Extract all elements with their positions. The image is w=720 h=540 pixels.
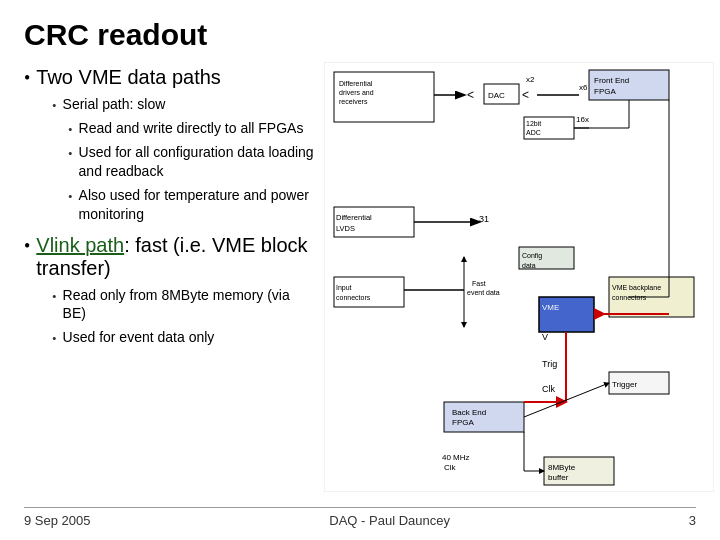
svg-text:V: V: [542, 332, 548, 342]
footer: 9 Sep 2005 DAQ - Paul Dauncey 3: [24, 507, 696, 528]
svg-text:12bit: 12bit: [526, 120, 541, 127]
svg-text:Trig: Trig: [542, 359, 557, 369]
serial-section: • Serial path: slow • Read and write dir…: [52, 95, 314, 224]
svg-text:40 MHz: 40 MHz: [442, 453, 470, 462]
right-column: Differential drivers and receivers < DAC…: [324, 62, 714, 503]
serial-sub-2: • Used for all configuration data loadin…: [68, 143, 314, 181]
svg-text:VME backplane: VME backplane: [612, 284, 661, 292]
svg-text:event data: event data: [467, 289, 500, 296]
vme-label: Two VME data paths: [36, 66, 221, 89]
vlink-sub-2-text: Used for event data only: [63, 328, 215, 347]
footer-date: 9 Sep 2005: [24, 513, 91, 528]
slide-title: CRC readout: [24, 18, 696, 52]
svg-text:Differential: Differential: [336, 213, 372, 222]
svg-text:Back End: Back End: [452, 408, 486, 417]
content-area: • Two VME data paths • Serial path: slow…: [24, 62, 696, 503]
svg-text:Fast: Fast: [472, 280, 486, 287]
serial-path-bullet: • Serial path: slow: [52, 95, 314, 114]
vlink-sub-2: • Used for event data only: [52, 328, 314, 347]
svg-text:FPGA: FPGA: [594, 87, 616, 96]
vlink-path-label: Vlink path: fast (i.e. VME block transfe…: [36, 234, 314, 280]
svg-rect-50: [444, 402, 524, 432]
vlink-sub-2-dot: •: [52, 331, 57, 347]
bullet-dot-vme: •: [24, 68, 30, 89]
vlink-sub-1: • Read only from 8MByte memory (via BE): [52, 286, 314, 324]
left-column: • Two VME data paths • Serial path: slow…: [24, 62, 314, 503]
circuit-diagram: Differential drivers and receivers < DAC…: [324, 62, 714, 492]
vlink-underline: Vlink path: [36, 234, 124, 256]
slide: CRC readout • Two VME data paths • Seria…: [0, 0, 720, 540]
svg-text:<: <: [522, 88, 529, 102]
serial-sub-1-text: Read and write directly to all FPGAs: [79, 119, 304, 138]
serial-sub-1: • Read and write directly to all FPGAs: [68, 119, 314, 138]
svg-text:Front End: Front End: [594, 76, 629, 85]
vlink-dot: •: [24, 236, 30, 257]
svg-text:Differential: Differential: [339, 80, 373, 87]
serial-dot: •: [52, 98, 57, 114]
svg-text:Input: Input: [336, 284, 352, 292]
svg-text:Clk: Clk: [444, 463, 457, 472]
svg-text:31: 31: [479, 214, 489, 224]
svg-text:8MByte: 8MByte: [548, 463, 576, 472]
serial-sub-1-dot: •: [68, 122, 73, 138]
svg-text:16x: 16x: [576, 115, 589, 124]
svg-text:receivers: receivers: [339, 98, 368, 105]
svg-text:Clk: Clk: [542, 384, 555, 394]
footer-center-text: DAQ - Paul Dauncey: [329, 513, 450, 528]
svg-text:buffer: buffer: [548, 473, 569, 482]
vme-label-text: Two VME data paths: [36, 66, 221, 88]
svg-text:VME: VME: [542, 303, 559, 312]
vlink-sub-bullets: • Read only from 8MByte memory (via BE) …: [52, 286, 314, 348]
serial-sub-2-dot: •: [68, 146, 73, 162]
serial-sub-2-text: Used for all configuration data loading …: [79, 143, 314, 181]
svg-text:<: <: [467, 88, 474, 102]
svg-text:DAC: DAC: [488, 91, 505, 100]
serial-rest: : slow: [130, 96, 166, 112]
svg-text:data: data: [522, 262, 536, 269]
svg-text:Trigger: Trigger: [612, 380, 637, 389]
serial-underline: Serial path: [63, 96, 130, 112]
svg-text:x2: x2: [526, 75, 535, 84]
svg-text:LVDS: LVDS: [336, 224, 355, 233]
serial-path-label: Serial path: slow: [63, 95, 166, 114]
serial-sub-3: • Also used for temperature and power mo…: [68, 186, 314, 224]
serial-sub-3-text: Also used for temperature and power moni…: [79, 186, 314, 224]
serial-sub-bullets: • Read and write directly to all FPGAs •…: [68, 119, 314, 224]
svg-text:Config: Config: [522, 252, 542, 260]
vlink-sub-1-text: Read only from 8MByte memory (via BE): [63, 286, 314, 324]
vlink-section: • Vlink path: fast (i.e. VME block trans…: [24, 234, 314, 280]
footer-page-number: 3: [689, 513, 696, 528]
svg-text:FPGA: FPGA: [452, 418, 474, 427]
svg-text:connectors: connectors: [336, 294, 371, 301]
svg-text:ADC: ADC: [526, 129, 541, 136]
vlink-sub-1-dot: •: [52, 289, 57, 305]
svg-text:x6: x6: [579, 83, 588, 92]
serial-sub-3-dot: •: [68, 189, 73, 205]
top-bullet-vme: • Two VME data paths: [24, 66, 314, 89]
svg-text:drivers and: drivers and: [339, 89, 374, 96]
